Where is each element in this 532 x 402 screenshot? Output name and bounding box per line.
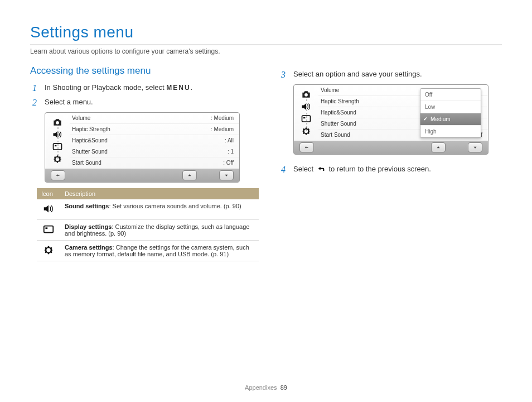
step-2: 2 Select a menu. [32,98,259,108]
setting-row[interactable]: Volume: Medium [70,113,239,124]
dropdown-option[interactable]: Medium [420,113,481,126]
display-icon [37,220,60,241]
display-icon [51,141,64,153]
svg-rect-4 [46,227,48,229]
settings-panel: Volume: MediumHaptic Strength: MediumHap… [45,112,240,183]
setting-row[interactable]: Shutter Sound: 1 [70,146,239,157]
svg-rect-2 [55,145,56,147]
down-button[interactable] [468,142,482,152]
camera-icon [300,88,312,100]
menu-label: MENU [166,84,190,92]
dropdown-option[interactable]: High [420,126,481,137]
page-footer: Appendixes 89 [0,384,532,391]
gear-icon [37,241,60,261]
sound-icon [300,100,312,113]
sound-icon [51,128,64,141]
settings-panel-popup: VolumeHaptic StrengthHaptic&SoundShutter… [293,84,489,155]
up-button[interactable] [182,170,197,180]
down-button[interactable] [219,170,234,180]
setting-row[interactable]: Start Sound: Off [70,157,239,168]
dropdown-popup: OffLowMediumHigh [420,88,481,138]
svg-point-0 [56,121,59,125]
svg-rect-6 [302,116,311,122]
gear-icon [51,153,64,165]
gear-icon [300,125,312,137]
up-button[interactable] [431,142,446,152]
back-button[interactable] [51,170,65,180]
display-icon [300,113,312,125]
page-title: Settings menu [30,23,502,41]
dropdown-option[interactable]: Low [420,101,481,113]
back-button[interactable] [299,142,314,152]
setting-row[interactable]: Haptic&Sound: All [70,135,239,146]
step-3: 3Select an option and save your settings… [281,70,502,80]
section-heading: Accessing the settings menu [30,65,259,76]
step-1: 1 In Shooting or Playback mode, select M… [32,83,259,93]
svg-rect-1 [54,143,62,150]
dropdown-option[interactable]: Off [420,89,481,101]
sound-icon [37,199,60,220]
step-4: 4 Select to return to the previous scree… [281,165,502,175]
return-icon [317,165,326,174]
icon-description-table: IconDescription Sound settings: Set vari… [37,188,259,261]
divider [30,45,502,45]
svg-point-5 [304,93,308,97]
svg-rect-3 [44,226,54,233]
page-subtitle: Learn about various options to configure… [30,47,502,55]
svg-rect-7 [303,117,305,119]
setting-row[interactable]: Haptic Strength: Medium [70,124,239,135]
camera-icon [51,116,64,128]
